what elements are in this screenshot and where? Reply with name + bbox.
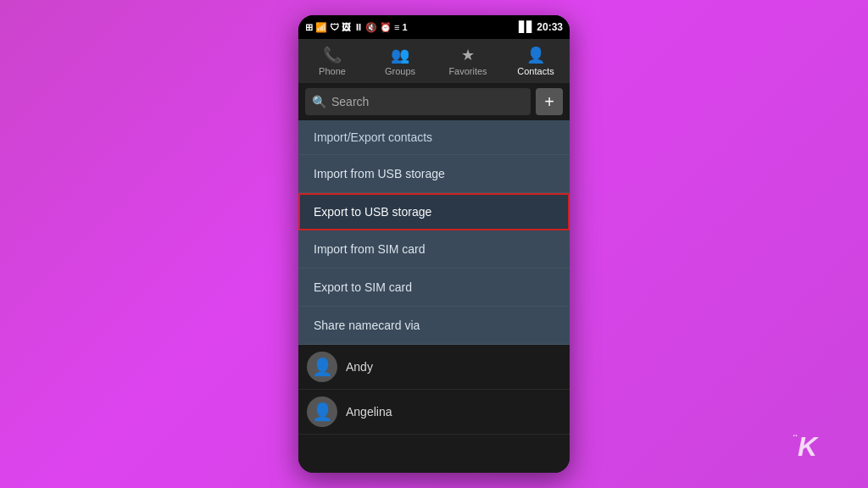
menu-item-import-sim[interactable]: Import from SIM card [298, 230, 570, 269]
status-right: ▋▋ 20:33 [519, 21, 563, 33]
menu-item-export-sim-label: Export to SIM card [314, 280, 412, 294]
status-icon-plus: ⊞ [305, 22, 313, 33]
menu-item-import-usb[interactable]: Import from USB storage [298, 155, 570, 193]
search-bar: 🔍 Search + [298, 83, 570, 120]
contact-name-andy: Andy [346, 360, 373, 374]
avatar-andy: 👤 [307, 352, 337, 382]
status-bar: ⊞ 📶 🛡 🖼 ⏸ 🔇 ⏰ ≡ 1 ▋▋ 20:33 [298, 15, 570, 39]
search-placeholder: Search [331, 95, 369, 108]
nav-tabs: 📞 Phone 👥 Groups ★ Favorites 👤 Contacts [298, 39, 570, 83]
tab-groups[interactable]: 👥 Groups [366, 39, 434, 83]
status-icon-alarm: ⏰ [380, 22, 392, 33]
watermark-letter: K [798, 431, 817, 462]
tab-favorites-label: Favorites [448, 66, 487, 76]
watermark: ··K [793, 431, 817, 463]
status-icon-shield: 🛡 [330, 22, 339, 32]
tab-contacts[interactable]: 👤 Contacts [502, 39, 570, 83]
tab-phone[interactable]: 📞 Phone [298, 39, 366, 83]
phone-frame: ⊞ 📶 🛡 🖼 ⏸ 🔇 ⏰ ≡ 1 ▋▋ 20:33 📞 Phone 👥 Gro… [298, 15, 570, 473]
status-icon-image: 🖼 [342, 22, 351, 32]
status-icon-data: ≡ [394, 22, 399, 32]
menu-item-share-namecard-label: Share namecard via [314, 319, 420, 332]
contact-name-angelina: Angelina [346, 405, 392, 419]
favorites-icon: ★ [461, 46, 475, 64]
menu-item-export-sim[interactable]: Export to SIM card [298, 269, 570, 307]
status-icon-number: 1 [402, 22, 407, 32]
menu-item-export-usb[interactable]: Export to USB storage [298, 193, 570, 230]
dropdown-menu: Import/Export contacts Import from USB s… [298, 120, 570, 345]
status-icons-left: ⊞ 📶 🛡 🖼 ⏸ 🔇 ⏰ ≡ 1 [305, 22, 408, 33]
menu-item-import-export-label: Import/Export contacts [314, 130, 432, 144]
contacts-area: 👤 Andy 👤 Angelina Copied to clipboard [298, 345, 570, 473]
menu-item-import-usb-label: Import from USB storage [314, 167, 445, 180]
status-icon-pause: ⏸ [353, 22, 363, 32]
contacts-icon: 👤 [526, 46, 545, 64]
add-icon: + [544, 92, 554, 112]
menu-item-import-sim-label: Import from SIM card [314, 242, 425, 256]
tab-phone-label: Phone [319, 66, 346, 76]
menu-item-import-export-title[interactable]: Import/Export contacts [298, 120, 570, 155]
groups-icon: 👥 [391, 46, 409, 64]
search-icon: 🔍 [312, 95, 326, 108]
tab-contacts-label: Contacts [517, 66, 554, 76]
tab-groups-label: Groups [385, 66, 415, 76]
menu-item-export-usb-label: Export to USB storage [314, 205, 431, 219]
add-contact-button[interactable]: + [536, 88, 563, 115]
contact-row-andy[interactable]: 👤 Andy [298, 345, 570, 390]
search-input-box[interactable]: 🔍 Search [305, 88, 531, 115]
status-icon-mute: 🔇 [365, 22, 377, 33]
contact-row-angelina[interactable]: 👤 Angelina [298, 390, 570, 435]
clock: 20:33 [537, 21, 563, 33]
menu-item-share-namecard[interactable]: Share namecard via [298, 307, 570, 345]
signal-bars: ▋▋ [519, 21, 534, 33]
avatar-angelina: 👤 [307, 396, 337, 427]
phone-icon: 📞 [323, 46, 342, 64]
tab-favorites[interactable]: ★ Favorites [434, 39, 502, 83]
status-icon-signal: 📶 [315, 22, 327, 33]
